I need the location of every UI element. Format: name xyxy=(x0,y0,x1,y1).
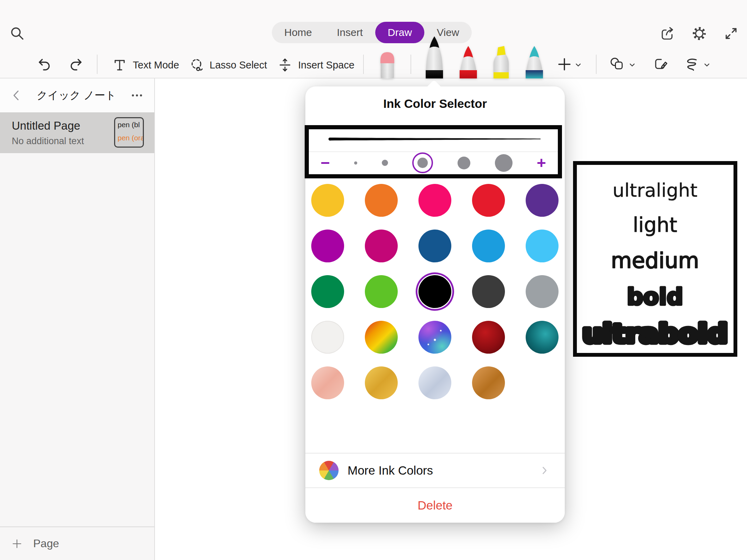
toolbar-divider xyxy=(596,55,597,74)
toolbar-divider xyxy=(363,55,364,74)
fullscreen-expand-icon[interactable] xyxy=(723,25,739,42)
ink-swatch-rainbow-glitter[interactable] xyxy=(365,321,398,354)
add-pen-button[interactable] xyxy=(556,56,573,73)
plus-icon xyxy=(11,538,23,550)
ribbon-tab-home[interactable]: Home xyxy=(272,22,324,43)
ink-swatch-gray[interactable] xyxy=(526,275,559,308)
ink-swatch-white[interactable] xyxy=(311,321,344,354)
lasso-icon xyxy=(188,57,205,73)
chevron-down-icon[interactable] xyxy=(702,60,712,70)
page-sidebar: クイック ノート Untitled Page No additional tex… xyxy=(0,78,155,560)
page-list-item-selected[interactable]: Untitled Page No additional text pen (bl… xyxy=(0,112,154,153)
chevron-right-icon xyxy=(538,464,551,477)
chevron-down-icon[interactable] xyxy=(627,60,637,70)
increase-size-button[interactable]: + xyxy=(537,155,546,171)
weight-sample-bold: bold xyxy=(627,283,683,310)
toolbar-divider xyxy=(411,55,411,74)
stroke-size-selector: − + xyxy=(309,151,558,174)
sidebar-header: クイック ノート xyxy=(0,78,154,112)
ink-swatch-lime-green[interactable] xyxy=(365,275,398,308)
thumbnail-ink-line: pen (bl xyxy=(115,118,143,131)
ribbon-tab-draw[interactable]: Draw xyxy=(375,22,424,43)
ink-color-grid xyxy=(311,184,559,399)
ink-swatch-green[interactable] xyxy=(311,275,344,308)
delete-pen-button[interactable]: Delete xyxy=(305,488,565,523)
popup-title: Ink Color Selector xyxy=(305,97,565,111)
weight-sample-medium: medium xyxy=(611,248,699,273)
text-mode-button[interactable]: Text Mode xyxy=(111,52,179,78)
ink-swatch-ruby[interactable] xyxy=(472,321,505,354)
settings-gear-icon[interactable] xyxy=(691,25,708,42)
stroke-size-dot-4[interactable] xyxy=(458,157,470,169)
stroke-weight-samples-box: ultralightlightmediumboldultrabold xyxy=(573,161,737,357)
weight-sample-ultralight: ultralight xyxy=(612,179,697,201)
toolbar-divider xyxy=(97,55,98,74)
onenote-draw-window: HomeInsertDrawView xyxy=(0,0,747,560)
stroke-size-dot-2[interactable] xyxy=(382,160,388,166)
shapes-icon[interactable] xyxy=(609,56,625,73)
ink-swatch-magenta[interactable] xyxy=(311,230,344,262)
ink-swatch-silver[interactable] xyxy=(418,366,451,399)
ink-swatch-sky-blue[interactable] xyxy=(526,230,559,262)
decrease-size-button[interactable]: − xyxy=(321,155,330,171)
ink-replay-squiggle-icon[interactable] xyxy=(683,56,700,73)
ink-swatch-navy-blue[interactable] xyxy=(418,230,451,262)
more-ink-colors-row[interactable]: More Ink Colors xyxy=(305,453,565,488)
tool-eraser[interactable] xyxy=(375,51,400,80)
ink-swatch-rose-gold[interactable] xyxy=(311,366,344,399)
ink-swatch-galaxy[interactable] xyxy=(418,321,451,354)
share-icon[interactable] xyxy=(659,25,676,42)
stroke-width-panel-highlight-box: − + xyxy=(305,125,562,178)
ink-swatch-orange[interactable] xyxy=(365,184,398,217)
ink-swatch-bronze[interactable] xyxy=(472,366,505,399)
ink-swatch-ocean[interactable] xyxy=(526,321,559,354)
add-page-button[interactable]: Page xyxy=(0,526,154,560)
stroke-width-preview xyxy=(328,135,542,143)
back-chevron-icon[interactable] xyxy=(10,88,24,102)
ink-swatch-dark-gray[interactable] xyxy=(472,275,505,308)
ink-swatch-gold-metallic[interactable] xyxy=(365,366,398,399)
page-thumbnail: pen (bl pen (ora xyxy=(114,117,144,148)
ink-swatch-raspberry[interactable] xyxy=(365,230,398,262)
weight-sample-ultrabold: ultrabold xyxy=(582,319,728,348)
ribbon-tab-insert[interactable]: Insert xyxy=(324,22,375,43)
tool-pen-galaxy[interactable] xyxy=(521,45,547,80)
redo-icon[interactable] xyxy=(68,55,84,72)
stroke-size-dot-3[interactable] xyxy=(417,158,428,168)
text-mode-label: Text Mode xyxy=(133,59,179,71)
ink-swatch-purple[interactable] xyxy=(526,184,559,217)
tool-highlighter-yellow[interactable] xyxy=(488,45,514,80)
search-icon[interactable] xyxy=(9,25,26,42)
insert-space-button[interactable]: Insert Space xyxy=(277,52,354,78)
page-subtitle: No additional text xyxy=(12,136,84,147)
notebook-title: クイック ノート xyxy=(24,88,129,103)
color-wheel-icon xyxy=(319,461,339,480)
stroke-size-selected-ring[interactable] xyxy=(412,152,433,173)
more-options-ellipsis-icon[interactable] xyxy=(129,88,145,102)
delete-label: Delete xyxy=(417,498,452,512)
text-mode-icon xyxy=(111,57,128,73)
tool-pen-red[interactable] xyxy=(455,45,481,80)
ink-swatch-black[interactable] xyxy=(418,275,451,308)
more-ink-colors-label: More Ink Colors xyxy=(348,464,529,477)
top-toolbar: HomeInsertDrawView xyxy=(0,0,747,78)
insert-space-label: Insert Space xyxy=(298,59,354,71)
lasso-select-button[interactable]: Lasso Select xyxy=(188,52,267,78)
undo-icon[interactable] xyxy=(36,55,53,72)
insert-space-icon xyxy=(277,57,293,73)
ink-annotation-icon[interactable] xyxy=(652,56,669,73)
thumbnail-ink-line: pen (ora xyxy=(115,131,143,144)
add-page-label: Page xyxy=(33,537,59,550)
lasso-select-label: Lasso Select xyxy=(210,59,267,71)
stroke-size-dot-5[interactable] xyxy=(495,154,513,172)
tool-pen-black-selected[interactable] xyxy=(421,36,448,80)
ink-swatch-pink[interactable] xyxy=(418,184,451,217)
chevron-down-icon[interactable] xyxy=(573,60,583,70)
weight-sample-light: light xyxy=(633,213,677,237)
ink-swatch-red[interactable] xyxy=(472,184,505,217)
page-title: Untitled Page xyxy=(12,119,80,132)
ink-swatch-blue[interactable] xyxy=(472,230,505,262)
stroke-size-dot-1[interactable] xyxy=(354,161,357,165)
ink-swatch-gold[interactable] xyxy=(311,184,344,217)
